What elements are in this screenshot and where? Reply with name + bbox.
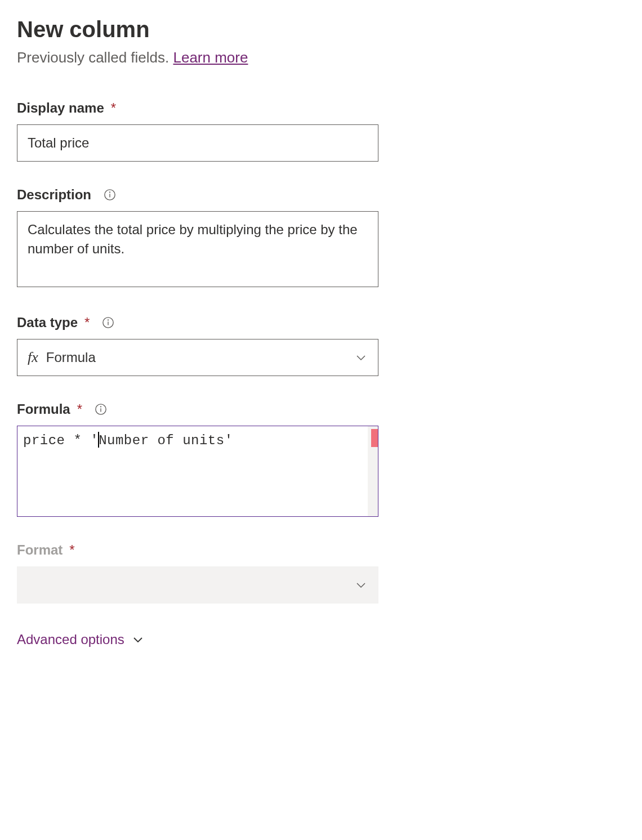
required-asterisk: *: [84, 315, 90, 330]
chevron-down-icon: [354, 578, 368, 592]
field-group-format: Format *: [17, 542, 625, 604]
svg-point-5: [108, 320, 109, 320]
field-group-formula: Formula * price * 'Number of units': [17, 401, 625, 517]
required-asterisk: *: [111, 100, 116, 116]
field-group-data-type: Data type * fx Formula: [17, 315, 625, 376]
formula-label: Formula *: [17, 401, 625, 417]
field-group-description: Description Calculates the total price b…: [17, 187, 625, 289]
formula-label-text: Formula: [17, 401, 70, 417]
info-icon[interactable]: [95, 403, 107, 415]
text-cursor: [98, 432, 99, 448]
field-group-display-name: Display name *: [17, 100, 625, 162]
data-type-select[interactable]: fx Formula: [17, 339, 378, 376]
scrollbar[interactable]: [368, 426, 378, 516]
subtitle-text: Previously called fields.: [17, 49, 173, 66]
format-label: Format *: [17, 542, 625, 558]
format-select: [17, 566, 378, 604]
display-name-label-text: Display name: [17, 100, 104, 116]
scroll-error-marker: [371, 429, 378, 447]
formula-editor[interactable]: price * 'Number of units': [17, 426, 378, 517]
info-icon[interactable]: [104, 189, 116, 201]
page-subtitle: Previously called fields. Learn more: [17, 49, 625, 66]
advanced-options-toggle[interactable]: Advanced options: [17, 632, 625, 647]
required-asterisk: *: [69, 542, 74, 558]
description-label-text: Description: [17, 187, 91, 203]
display-name-input[interactable]: [17, 124, 378, 162]
advanced-options-label: Advanced options: [17, 632, 124, 647]
learn-more-link[interactable]: Learn more: [173, 49, 248, 66]
fx-icon: fx: [28, 349, 38, 366]
svg-point-2: [110, 192, 110, 193]
data-type-value: Formula: [46, 350, 354, 365]
info-icon[interactable]: [102, 316, 114, 329]
chevron-down-icon: [354, 351, 368, 364]
chevron-down-icon: [131, 633, 145, 646]
description-input[interactable]: Calculates the total price by multiplyin…: [17, 211, 378, 287]
required-asterisk: *: [77, 401, 82, 417]
page-title: New column: [17, 17, 625, 42]
display-name-label: Display name *: [17, 100, 625, 116]
formula-text: price * 'Number of units': [23, 433, 233, 448]
svg-point-8: [101, 406, 101, 407]
description-label: Description: [17, 187, 625, 203]
format-label-text: Format: [17, 542, 63, 558]
data-type-label-text: Data type: [17, 315, 78, 330]
data-type-label: Data type *: [17, 315, 625, 330]
